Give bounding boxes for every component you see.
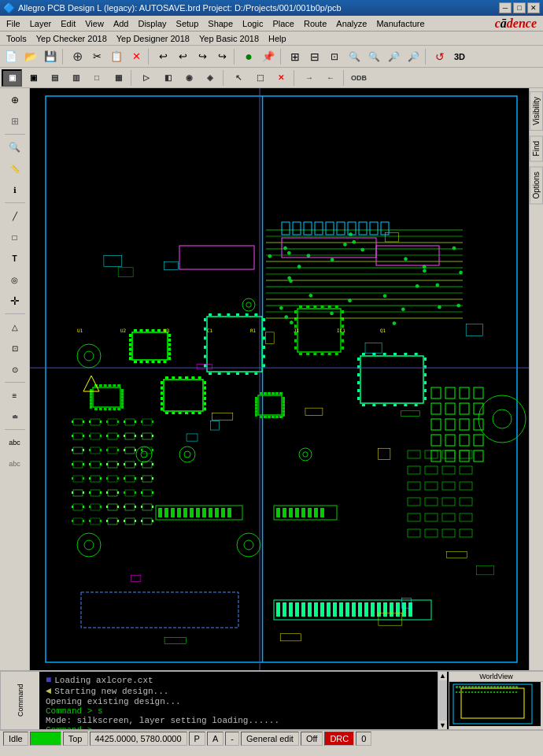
pcb-canvas-area[interactable] — [30, 88, 529, 670]
delete-btn[interactable]: ✕ — [127, 48, 146, 65]
select-btn[interactable]: ⬚ — [249, 69, 270, 87]
minimize-button[interactable]: ─ — [499, 2, 512, 13]
lt-pad[interactable]: ⊙ — [4, 359, 26, 380]
scroll-up[interactable]: ▲ — [439, 672, 446, 680]
odb-btn[interactable]: ODB — [349, 69, 369, 87]
zoom-out-btn[interactable]: ⊟ — [305, 48, 324, 65]
console-prompt-1: Command > s — [46, 706, 103, 716]
tab-visibility[interactable]: Visibility — [530, 91, 543, 131]
menu-add[interactable]: Add — [109, 17, 134, 30]
cursor-btn[interactable]: ↖ — [228, 69, 249, 87]
arrow-icon-2: ◄ — [46, 686, 51, 697]
menu-display[interactable]: Display — [133, 17, 171, 30]
lt-text1[interactable]: abc — [4, 432, 26, 453]
lt-add-text[interactable]: T — [4, 248, 26, 269]
lt-text2[interactable]: abc — [4, 454, 26, 474]
menu-yep-designer[interactable]: Yep Designer 2018 — [112, 32, 194, 45]
menu-analyze[interactable]: Analyze — [331, 17, 371, 30]
copy-btn[interactable]: 📋 — [107, 48, 126, 65]
status-dash: - — [225, 732, 239, 746]
menu-place[interactable]: Place — [268, 17, 299, 30]
console-line-1: ■ Loading axlcore.cxt — [46, 675, 431, 686]
scroll-down[interactable]: ▼ — [439, 721, 446, 729]
view-mode-btn1[interactable]: ▷ — [136, 69, 157, 87]
view-mode-btn3[interactable]: ◉ — [179, 69, 199, 87]
sep6 — [131, 70, 134, 86]
scroll-thumb[interactable] — [439, 680, 447, 721]
menu-yep-basic[interactable]: Yep Basic 2018 — [194, 32, 264, 45]
lt-zoom[interactable]: 🔍 — [4, 137, 26, 158]
zoom-in-btn[interactable]: ⊞ — [286, 48, 305, 65]
deselect-btn[interactable]: ✕ — [271, 69, 291, 87]
layer-outline-btn[interactable]: □ — [87, 69, 107, 87]
lt-attr[interactable]: ≐ — [4, 406, 26, 427]
console-scrollbar[interactable]: ▲ ▼ — [438, 672, 447, 729]
status-padstack: P — [189, 732, 205, 746]
menu-tools[interactable]: Tools — [2, 32, 31, 45]
sep5 — [425, 49, 428, 65]
sep9 — [343, 70, 346, 86]
menu-manufacture[interactable]: Manufacture — [371, 17, 429, 30]
restore-button[interactable]: □ — [513, 2, 526, 13]
zoom-world-btn[interactable]: 🔎 — [384, 48, 403, 65]
menu-edit[interactable]: Edit — [56, 17, 80, 30]
tab-find[interactable]: Find — [530, 135, 543, 161]
open-btn[interactable]: 📂 — [21, 48, 40, 65]
lt-measure[interactable]: 📏 — [4, 158, 26, 179]
cut-btn[interactable]: ✂ — [87, 48, 106, 65]
pin-btn[interactable]: 📌 — [259, 48, 278, 65]
console-line-4: Command > s — [46, 706, 431, 716]
lt-add-rect[interactable]: □ — [4, 227, 26, 247]
menu-logic[interactable]: Logic — [238, 17, 268, 30]
menu-help[interactable]: Help — [264, 32, 291, 45]
highlight-btn[interactable]: → — [299, 69, 320, 87]
menu-view[interactable]: View — [80, 17, 109, 30]
layer-top-btn[interactable]: ▣ — [23, 69, 43, 87]
lt-info[interactable]: ℹ — [4, 180, 26, 200]
layer-bot-btn[interactable]: ▥ — [65, 69, 86, 87]
save-btn[interactable]: 💾 — [41, 48, 60, 65]
menu-route[interactable]: Route — [299, 17, 331, 30]
redo2-btn[interactable]: ↪ — [212, 48, 231, 65]
zoom-fit-btn[interactable]: ⊡ — [325, 48, 344, 65]
redo-btn[interactable]: ↪ — [193, 48, 212, 65]
menu-yep-checker[interactable]: Yep Checker 2018 — [31, 32, 112, 45]
zoom-next-btn[interactable]: 🔎 — [404, 48, 423, 65]
zoom-prev-btn[interactable]: 🔍 — [364, 48, 383, 65]
dehighlight-btn[interactable]: ← — [320, 69, 341, 87]
view-mode-btn2[interactable]: ◧ — [157, 69, 178, 87]
lt-move[interactable]: ✛ — [4, 291, 26, 311]
lt-add-line[interactable]: ╱ — [4, 206, 26, 226]
console-area: Command ■ Loading axlcore.cxt ◄ Starting… — [0, 670, 543, 729]
lt-route2[interactable]: ⊡ — [4, 338, 26, 358]
undo2-btn[interactable]: ↩ — [173, 48, 192, 65]
status-indicator — [30, 732, 61, 746]
zoom-sel-btn[interactable]: 🔍 — [345, 48, 364, 65]
menu-setup[interactable]: Setup — [172, 17, 204, 30]
status-layer: Top — [63, 732, 88, 746]
refresh-btn[interactable]: ↺ — [430, 48, 449, 65]
pcb-canvas[interactable] — [30, 88, 529, 670]
bullet-icon-1: ■ — [46, 675, 51, 686]
snap-btn[interactable]: ⊕ — [68, 48, 87, 65]
menu-shape[interactable]: Shape — [203, 17, 238, 30]
menu-file[interactable]: File — [2, 17, 25, 30]
3d-btn[interactable]: 3D — [450, 48, 469, 65]
lt-route[interactable]: ⊞ — [4, 111, 26, 132]
lt-add-via[interactable]: ◎ — [4, 269, 26, 290]
lt-snap[interactable]: ⊕ — [4, 90, 26, 110]
menu-layer[interactable]: Layer — [25, 17, 57, 30]
tab-options[interactable]: Options — [530, 166, 543, 204]
left-toolbar: ⊕ ⊞ 🔍 📏 ℹ ╱ □ T ◎ ✛ △ ⊡ ⊙ ≡ ≐ abc abc — [0, 88, 30, 670]
layer-all-btn[interactable]: ▣ — [2, 69, 22, 87]
layer-silk-btn[interactable]: ▦ — [108, 69, 128, 87]
route-btn[interactable]: ● — [239, 48, 258, 65]
console-line-2: ◄ Starting new design... — [46, 686, 431, 697]
new-btn[interactable]: 📄 — [2, 48, 20, 65]
lt-prop[interactable]: ≡ — [4, 385, 26, 406]
undo-btn[interactable]: ↩ — [153, 48, 172, 65]
layer-inner-btn[interactable]: ▤ — [44, 69, 65, 87]
lt-triangle[interactable]: △ — [4, 317, 26, 337]
view-mode-btn4[interactable]: ◈ — [200, 69, 220, 87]
close-button[interactable]: ✕ — [527, 2, 540, 13]
